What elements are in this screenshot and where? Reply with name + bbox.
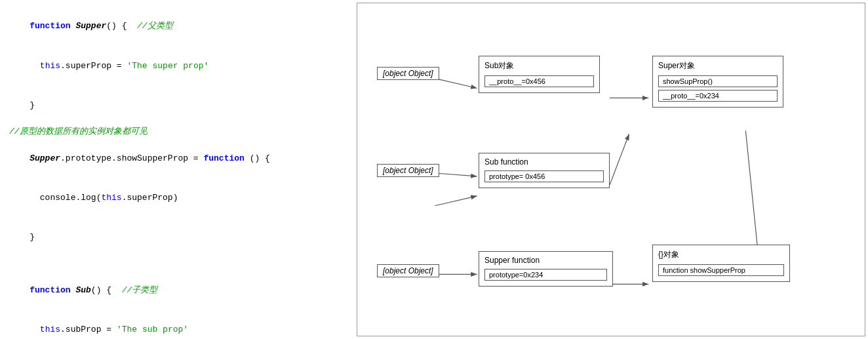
diagram-panel: [object Object] [object Object] [object …: [357, 3, 865, 336]
code-panel: function Supper() { //父类型 this.superProp…: [0, 0, 354, 339]
keyword-function: function: [30, 21, 75, 31]
empty-object-fn-field: function showSupperProp: [658, 264, 784, 276]
sub-function-proto-field: prototype= 0x456: [484, 170, 604, 182]
code-line-6: console.log(this.superProp): [9, 178, 345, 218]
svg-line-1: [435, 79, 477, 89]
code-line-3: }: [9, 86, 345, 125]
supper-function-box: Supper function prototype=0x234: [479, 251, 613, 287]
sub-object-proto-field: __proto__=0x456: [484, 75, 594, 87]
code-line-1: function Supper() { //父类型: [9, 7, 345, 46]
var-sub: [object Object]: [377, 67, 439, 80]
blank-1: [9, 258, 345, 271]
sub-object-title: Sub对象: [482, 59, 597, 73]
super-object-title: Super对象: [656, 59, 780, 73]
svg-line-8: [745, 130, 759, 258]
empty-object-title: {}对象: [656, 248, 787, 262]
super-object-box: Super对象 showSupProp() __proto__=0x234: [652, 56, 783, 108]
svg-line-5: [610, 134, 629, 185]
super-object-show-field: showSupProp(): [658, 75, 778, 87]
super-object-proto-field: __proto__=0x234: [658, 90, 778, 102]
svg-line-2: [435, 173, 477, 176]
empty-object-box: {}对象 function showSupperProp: [652, 245, 790, 282]
var-sub-fn: [object Object]: [377, 164, 439, 177]
code-line-9: function Sub() { //子类型: [9, 271, 345, 310]
code-line-10: this.subProp = 'The sub prop': [9, 310, 345, 339]
supper-function-title: Supper function: [482, 254, 610, 266]
code-line-2: this.superProp = 'The super prop': [9, 46, 345, 85]
var-supper-fn: [object Object]: [377, 264, 439, 277]
sub-function-box: Sub function prototype= 0x456: [479, 153, 610, 188]
code-line-5: Supper.prototype.showSupperProp = functi…: [9, 138, 345, 178]
code-comment-zh: //原型的数据所有的实例对象都可见: [9, 125, 345, 138]
sub-function-title: Sub function: [482, 156, 606, 168]
code-line-7: }: [9, 218, 345, 257]
supper-function-proto-field: prototype=0x234: [484, 269, 607, 281]
svg-line-3: [435, 196, 477, 206]
sub-object-box: Sub对象 __proto__=0x456: [479, 56, 600, 93]
